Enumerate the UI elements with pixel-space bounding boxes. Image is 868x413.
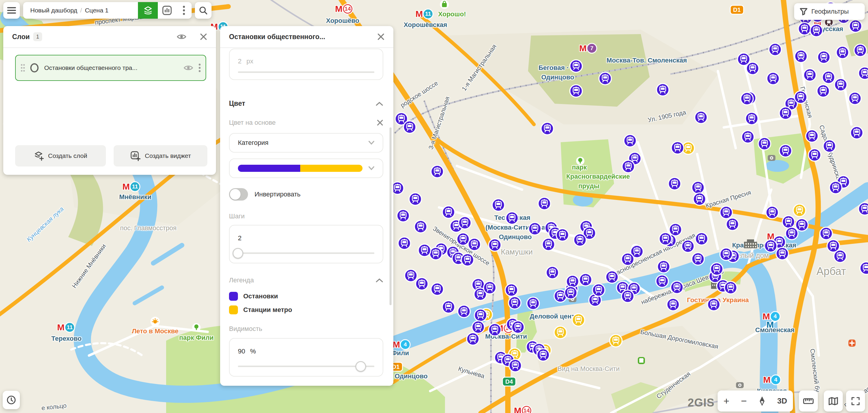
bus-stop-marker[interactable] bbox=[408, 192, 422, 206]
bus-stop-marker[interactable] bbox=[746, 62, 760, 75]
bus-stop-marker[interactable] bbox=[526, 297, 540, 310]
basemap-button[interactable] bbox=[824, 390, 843, 412]
breadcrumb-scene[interactable]: Сцена 1 bbox=[82, 7, 111, 14]
metro-m-icon[interactable]: М bbox=[393, 340, 400, 350]
bus-stop-marker[interactable] bbox=[556, 228, 569, 242]
bus-stop-marker[interactable] bbox=[681, 239, 695, 253]
bus-stop-marker[interactable] bbox=[768, 43, 782, 56]
metro-m-icon[interactable]: М bbox=[415, 9, 423, 19]
bus-stop-marker[interactable] bbox=[658, 232, 672, 246]
steps-slider[interactable] bbox=[238, 252, 374, 254]
bus-stop-marker[interactable] bbox=[569, 84, 583, 98]
bus-stop-marker[interactable] bbox=[836, 46, 849, 59]
visibility-value[interactable]: 90 bbox=[238, 347, 245, 355]
steps-input-group[interactable]: 2 bbox=[229, 225, 383, 263]
visibility-slider[interactable] bbox=[238, 366, 374, 367]
bus-stop-marker[interactable] bbox=[858, 66, 868, 80]
metro-m-icon[interactable]: М bbox=[514, 406, 522, 413]
bus-stop-marker[interactable] bbox=[483, 281, 497, 295]
bus-stop-marker[interactable] bbox=[569, 59, 583, 73]
bus-stop-marker[interactable] bbox=[668, 177, 681, 191]
bus-stop-marker[interactable] bbox=[805, 129, 819, 143]
invert-toggle[interactable] bbox=[229, 188, 248, 201]
layer-eye-icon[interactable] bbox=[184, 64, 193, 71]
bus-stop-marker[interactable] bbox=[655, 274, 669, 288]
bus-stop-marker[interactable] bbox=[430, 165, 444, 178]
bus-stop-marker[interactable] bbox=[573, 233, 587, 247]
bus-stop-marker[interactable] bbox=[657, 260, 671, 273]
bus-stop-marker[interactable] bbox=[579, 273, 592, 286]
bus-stop-marker[interactable] bbox=[621, 289, 634, 303]
bus-stop-marker[interactable] bbox=[528, 222, 542, 236]
bus-stop-marker[interactable] bbox=[745, 112, 758, 125]
map-canvas[interactable]: проспект Маршала Жукова1-я Магистральная… bbox=[0, 0, 868, 413]
steps-slider-knob[interactable] bbox=[232, 248, 243, 259]
bus-stop-marker[interactable] bbox=[592, 283, 606, 297]
bus-stop-marker[interactable] bbox=[808, 148, 822, 162]
bus-stop-marker[interactable] bbox=[850, 126, 864, 140]
bus-stop-marker[interactable] bbox=[505, 283, 518, 297]
zoom-out-button[interactable]: − bbox=[741, 395, 747, 407]
create-layer-button[interactable]: Создать слой bbox=[15, 145, 106, 167]
metro-m-icon[interactable]: М bbox=[763, 375, 771, 385]
bus-stop-marker[interactable] bbox=[466, 332, 480, 346]
metro-m-icon[interactable]: М bbox=[335, 4, 343, 14]
more-menu-button[interactable] bbox=[176, 2, 192, 19]
metro-m-icon[interactable]: М bbox=[57, 322, 65, 333]
bus-stop-marker[interactable] bbox=[757, 137, 771, 150]
bus-stop-marker[interactable] bbox=[741, 130, 755, 144]
legend-collapse-chevron-icon[interactable] bbox=[376, 278, 383, 283]
bus-stop-marker[interactable] bbox=[670, 281, 684, 294]
bus-stop-marker[interactable] bbox=[803, 68, 817, 82]
bus-stop-marker[interactable] bbox=[764, 239, 777, 253]
bus-stop-marker[interactable] bbox=[834, 78, 847, 92]
color-collapse-chevron-icon[interactable] bbox=[376, 101, 383, 106]
geofilters-button[interactable]: Геофильтры bbox=[794, 3, 865, 20]
metro-m-icon[interactable]: М bbox=[123, 182, 130, 192]
bus-stop-marker[interactable] bbox=[819, 227, 833, 240]
zoom-in-button[interactable]: + bbox=[723, 395, 730, 407]
layer-item-stops[interactable]: Остановки общественного тра... bbox=[15, 55, 206, 81]
bus-stop-marker[interactable] bbox=[458, 216, 472, 230]
compass-button[interactable] bbox=[758, 396, 766, 406]
bus-stop-marker[interactable] bbox=[418, 244, 431, 257]
bus-stop-marker[interactable] bbox=[396, 209, 410, 222]
bus-stop-marker[interactable] bbox=[779, 106, 793, 120]
bus-stop-marker[interactable] bbox=[719, 247, 733, 261]
history-clock-button[interactable] bbox=[3, 391, 20, 409]
bus-stop-marker[interactable] bbox=[822, 70, 835, 84]
color-basis-clear-icon[interactable] bbox=[377, 119, 383, 126]
layers-toggle-button[interactable] bbox=[138, 2, 158, 19]
bus-stop-marker[interactable] bbox=[849, 19, 862, 33]
bus-stop-marker[interactable] bbox=[817, 50, 831, 64]
visibility-input-group[interactable]: 90 % bbox=[229, 338, 383, 377]
metro-station-marker[interactable] bbox=[571, 313, 585, 327]
drag-handle-icon[interactable] bbox=[21, 63, 25, 72]
layer-kebab-icon[interactable] bbox=[198, 63, 201, 72]
main-menu-button[interactable] bbox=[3, 2, 20, 19]
layers-panel-close-icon[interactable] bbox=[200, 33, 207, 40]
metro-station-marker[interactable] bbox=[609, 334, 623, 347]
bus-stop-marker[interactable] bbox=[511, 320, 525, 334]
breadcrumb-dashboard[interactable]: Новый дашборд bbox=[23, 7, 81, 14]
bus-stop-marker[interactable] bbox=[546, 266, 559, 279]
bus-stop-marker[interactable] bbox=[488, 323, 502, 337]
category-select[interactable]: Категория bbox=[229, 133, 383, 152]
bus-stop-marker[interactable] bbox=[398, 236, 411, 250]
bus-stop-marker[interactable] bbox=[707, 298, 720, 311]
bus-stop-marker[interactable] bbox=[859, 261, 868, 275]
metro-station-marker[interactable] bbox=[554, 325, 567, 339]
bus-stop-marker[interactable] bbox=[710, 262, 723, 276]
search-button[interactable] bbox=[195, 2, 212, 19]
bus-stop-marker[interactable] bbox=[488, 238, 502, 252]
fullscreen-button[interactable] bbox=[846, 390, 865, 412]
bus-stop-marker[interactable] bbox=[508, 359, 522, 372]
bus-stop-marker[interactable] bbox=[779, 144, 793, 158]
bus-stop-marker[interactable] bbox=[457, 305, 471, 318]
bus-stop-marker[interactable] bbox=[623, 134, 637, 147]
bus-stop-marker[interactable] bbox=[666, 298, 680, 311]
bus-stop-marker[interactable] bbox=[505, 211, 519, 225]
bus-stop-marker[interactable] bbox=[403, 120, 416, 134]
bus-stop-marker[interactable] bbox=[430, 282, 444, 296]
bus-stop-marker[interactable] bbox=[785, 227, 799, 240]
